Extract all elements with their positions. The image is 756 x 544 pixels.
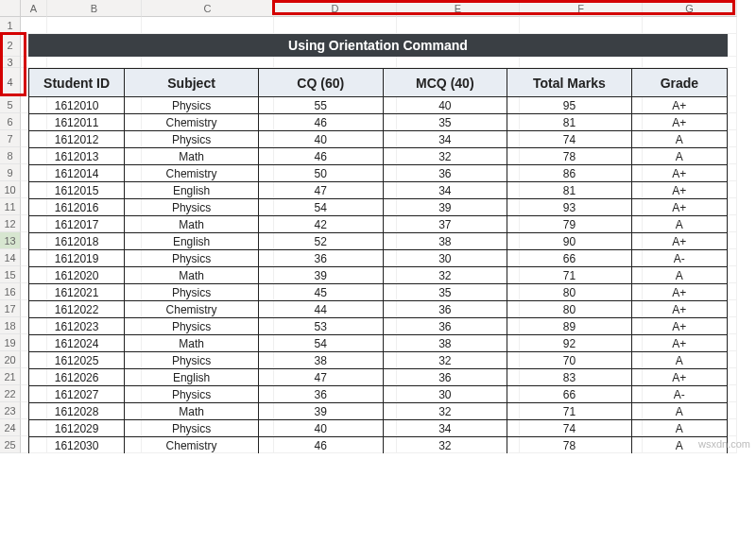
table-cell[interactable]: 30 — [383, 250, 507, 267]
table-cell[interactable]: 90 — [507, 233, 632, 250]
table-cell[interactable]: 1612013 — [29, 148, 125, 165]
table-cell[interactable]: 40 — [383, 97, 507, 114]
table-header[interactable]: Total Marks — [507, 69, 632, 97]
column-header-e[interactable]: E — [397, 0, 520, 17]
table-cell[interactable]: 32 — [383, 352, 507, 369]
table-cell[interactable]: Chemistry — [125, 301, 259, 318]
row-header-15[interactable]: 15 — [0, 266, 21, 283]
table-cell[interactable]: Physics — [125, 352, 259, 369]
column-header-a[interactable]: A — [21, 0, 47, 17]
column-header-b[interactable]: B — [47, 0, 142, 17]
row-header-18[interactable]: 18 — [0, 317, 21, 334]
grid[interactable]: Using Orientation Command Student IDSubj… — [21, 17, 756, 453]
cell[interactable] — [397, 17, 520, 34]
cell[interactable] — [643, 57, 737, 68]
table-cell[interactable]: Math — [125, 216, 259, 233]
table-cell[interactable]: A+ — [631, 318, 727, 335]
table-cell[interactable]: 1612014 — [29, 165, 125, 182]
row-header-13[interactable]: 13 — [0, 232, 21, 249]
table-cell[interactable]: 1612019 — [29, 250, 125, 267]
table-cell[interactable]: A+ — [631, 114, 727, 131]
table-cell[interactable]: A- — [631, 386, 727, 403]
table-header[interactable]: Subject — [125, 69, 259, 97]
table-cell[interactable]: 47 — [258, 369, 383, 386]
table-cell[interactable]: 1612012 — [29, 131, 125, 148]
cell[interactable] — [47, 17, 142, 34]
table-header[interactable]: CQ (60) — [258, 69, 383, 97]
table-cell[interactable]: 36 — [383, 301, 507, 318]
table-cell[interactable]: 40 — [258, 131, 383, 148]
row-header-24[interactable]: 24 — [0, 419, 21, 436]
row-header-8[interactable]: 8 — [0, 147, 21, 164]
table-cell[interactable]: A+ — [631, 182, 727, 199]
table-cell[interactable]: 50 — [258, 165, 383, 182]
table-cell[interactable]: 81 — [507, 182, 632, 199]
table-cell[interactable]: 95 — [507, 97, 632, 114]
table-cell[interactable]: 83 — [507, 369, 632, 386]
table-cell[interactable]: 46 — [258, 437, 383, 454]
table-cell[interactable]: A — [631, 352, 727, 369]
table-cell[interactable]: A — [631, 267, 727, 284]
table-cell[interactable]: 80 — [507, 301, 632, 318]
table-cell[interactable]: Math — [125, 267, 259, 284]
table-cell[interactable]: 1612029 — [29, 420, 125, 437]
table-cell[interactable]: 89 — [507, 318, 632, 335]
row-header-14[interactable]: 14 — [0, 249, 21, 266]
table-cell[interactable]: 46 — [258, 114, 383, 131]
column-header-d[interactable]: D — [274, 0, 397, 17]
table-cell[interactable]: 1612026 — [29, 369, 125, 386]
row-header-4[interactable]: 4 — [0, 68, 21, 96]
table-cell[interactable]: Physics — [125, 250, 259, 267]
table-cell[interactable]: 32 — [383, 267, 507, 284]
table-cell[interactable]: 34 — [383, 420, 507, 437]
table-cell[interactable]: 1612023 — [29, 318, 125, 335]
table-cell[interactable]: 1612028 — [29, 403, 125, 420]
table-cell[interactable]: 1612018 — [29, 233, 125, 250]
row-header-5[interactable]: 5 — [0, 96, 21, 113]
table-cell[interactable]: 1612017 — [29, 216, 125, 233]
table-cell[interactable]: 1612024 — [29, 335, 125, 352]
table-cell[interactable]: A- — [631, 250, 727, 267]
table-cell[interactable]: 1612020 — [29, 267, 125, 284]
select-all-corner[interactable] — [0, 0, 21, 17]
table-cell[interactable]: 70 — [507, 352, 632, 369]
table-cell[interactable]: 79 — [507, 216, 632, 233]
table-cell[interactable]: A — [631, 403, 727, 420]
row-header-6[interactable]: 6 — [0, 113, 21, 130]
table-cell[interactable]: 39 — [383, 199, 507, 216]
table-cell[interactable]: 78 — [507, 437, 632, 454]
cell[interactable] — [643, 17, 737, 34]
table-cell[interactable]: 34 — [383, 131, 507, 148]
table-cell[interactable]: 81 — [507, 114, 632, 131]
table-cell[interactable]: 30 — [383, 386, 507, 403]
row-header-19[interactable]: 19 — [0, 334, 21, 351]
table-cell[interactable]: A+ — [631, 199, 727, 216]
table-cell[interactable]: A+ — [631, 165, 727, 182]
table-cell[interactable]: 80 — [507, 284, 632, 301]
table-cell[interactable]: Physics — [125, 284, 259, 301]
table-cell[interactable]: 36 — [383, 165, 507, 182]
table-cell[interactable]: A — [631, 131, 727, 148]
row-header-9[interactable]: 9 — [0, 164, 21, 181]
table-cell[interactable]: 36 — [383, 369, 507, 386]
table-cell[interactable]: 32 — [383, 403, 507, 420]
table-cell[interactable]: 93 — [507, 199, 632, 216]
table-cell[interactable]: 66 — [507, 250, 632, 267]
table-cell[interactable]: English — [125, 369, 259, 386]
table-cell[interactable]: 55 — [258, 97, 383, 114]
table-cell[interactable]: 1612030 — [29, 437, 125, 454]
table-cell[interactable]: A+ — [631, 335, 727, 352]
table-cell[interactable]: 1612022 — [29, 301, 125, 318]
table-cell[interactable]: Math — [125, 403, 259, 420]
table-header[interactable]: Student ID — [29, 69, 125, 97]
table-cell[interactable]: Physics — [125, 131, 259, 148]
table-header[interactable]: Grade — [631, 69, 727, 97]
table-cell[interactable]: Chemistry — [125, 165, 259, 182]
table-cell[interactable]: English — [125, 233, 259, 250]
row-header-3[interactable]: 3 — [0, 57, 21, 68]
row-header-12[interactable]: 12 — [0, 215, 21, 232]
table-header[interactable]: MCQ (40) — [383, 69, 507, 97]
table-cell[interactable]: Math — [125, 335, 259, 352]
table-cell[interactable]: 32 — [383, 437, 507, 454]
table-cell[interactable]: 46 — [258, 148, 383, 165]
